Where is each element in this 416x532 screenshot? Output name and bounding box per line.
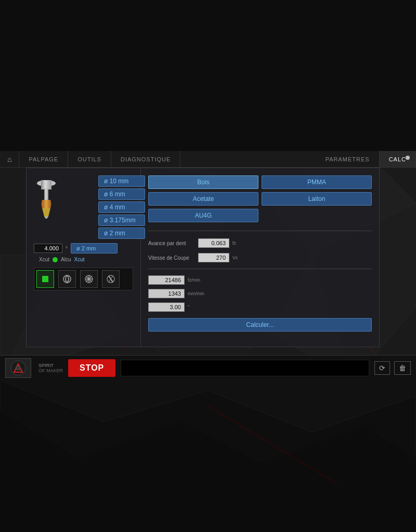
- nav-outils[interactable]: OUTILS: [68, 151, 111, 167]
- svg-rect-13: [41, 180, 51, 189]
- avance-par-dent-label: Avance par dent: [148, 240, 195, 246]
- tool-value-unit: °: [66, 246, 68, 251]
- result-deg-row: °: [148, 302, 372, 312]
- history-button[interactable]: ⟳: [374, 361, 390, 375]
- indicator-alcu: Alcu: [61, 257, 71, 262]
- tool-icon-spiral2[interactable]: [80, 270, 98, 288]
- brand-line2: OF MAKER: [38, 368, 63, 373]
- svg-marker-18: [44, 217, 48, 219]
- result-deg-input: [148, 302, 185, 312]
- svg-point-20: [63, 275, 71, 283]
- tool-icon-spiral1[interactable]: [58, 270, 76, 288]
- tool-image: [34, 175, 59, 220]
- tool-size-10mm[interactable]: ø 10 mm: [98, 175, 145, 187]
- delete-button[interactable]: 🗑: [394, 361, 411, 375]
- result-deg-unit: °: [188, 305, 190, 310]
- navbar: ⌂ PALPAGE OUTILS DIAGNOSTIQUE PARAMETRES…: [0, 151, 416, 168]
- material-grid: Bois PMMA Acetate Laiton AU4G: [148, 175, 372, 222]
- vitesse-coupe-input[interactable]: [198, 253, 229, 262]
- vitesse-coupe-row: Vitesse de Coupe Vc: [148, 253, 372, 262]
- svg-point-28: [16, 366, 20, 370]
- result-mmmin-input: [148, 289, 185, 298]
- svg-rect-16: [42, 200, 51, 208]
- brand-logo: [5, 358, 31, 378]
- status-bar: SPIRIT OF MAKER STOP ⟳ 🗑: [0, 355, 416, 380]
- result-mmmin-unit: mm/min: [188, 291, 204, 296]
- nav-parametres[interactable]: PARAMETRES: [316, 151, 380, 167]
- vitesse-coupe-label: Vitesse de Coupe: [148, 255, 195, 261]
- tool-icon-square[interactable]: [36, 270, 54, 288]
- tool-sizes: ø 10 mm ø 6 mm ø 4 mm ø 3.175mm ø 2 mm: [98, 175, 145, 239]
- svg-marker-17: [42, 208, 50, 217]
- vitesse-coupe-unit: Vc: [232, 255, 238, 260]
- tool-size-3175mm[interactable]: ø 3.175mm: [98, 214, 145, 226]
- tool-icon-spiral3[interactable]: [102, 270, 120, 288]
- tool-size-4mm[interactable]: ø 4 mm: [98, 201, 145, 213]
- material-au4g[interactable]: AU4G: [148, 209, 258, 222]
- calculer-button[interactable]: Calculer...: [148, 318, 372, 332]
- tool-value-row: ° ø 2 mm: [34, 243, 133, 254]
- avance-par-dent-input[interactable]: [198, 238, 229, 248]
- nav-calc[interactable]: CALC: [380, 151, 416, 167]
- indicator-dot: [53, 257, 58, 262]
- material-laiton[interactable]: Laiton: [262, 192, 372, 206]
- content-panel: ø 10 mm ø 6 mm ø 4 mm ø 3.175mm ø 2 mm °…: [26, 168, 380, 347]
- material-bois[interactable]: Bois: [148, 175, 258, 189]
- status-icons: ⟳ 🗑: [374, 361, 411, 375]
- bottom-area: [0, 380, 416, 532]
- result-mmmin-row: mm/min: [148, 289, 372, 298]
- indicator-xcut-left: Xcut: [39, 257, 49, 262]
- indicator-row: Xcut Alcu Xcut: [39, 257, 133, 262]
- tool-panel: ø 10 mm ø 6 mm ø 4 mm ø 3.175mm ø 2 mm °…: [27, 168, 141, 347]
- tool-icons-row: [34, 268, 133, 290]
- tool-size-2mm[interactable]: ø 2 mm: [98, 227, 145, 239]
- tool-value-input[interactable]: [34, 244, 62, 253]
- home-button[interactable]: ⌂: [0, 151, 19, 167]
- home-icon: ⌂: [7, 155, 11, 163]
- avance-par-dent-row: Avance par dent fz: [148, 238, 372, 248]
- nav-palpage[interactable]: PALPAGE: [19, 151, 68, 167]
- result-rpm-row: fz/min: [148, 275, 372, 285]
- stop-button[interactable]: STOP: [68, 359, 115, 377]
- material-panel: Bois PMMA Acetate Laiton AU4G Avance par…: [141, 168, 379, 347]
- nav-diagnostique[interactable]: DIAGNOSTIQUE: [111, 151, 180, 167]
- result-rpm-input: [148, 275, 185, 285]
- result-rpm-unit: fz/min: [188, 277, 200, 283]
- brand-text-container: SPIRIT OF MAKER: [38, 363, 63, 373]
- material-acetate[interactable]: Acetate: [148, 192, 258, 206]
- indicator-xcut-right: Xcut: [74, 257, 84, 262]
- svg-rect-19: [42, 276, 48, 282]
- brand-line1: SPIRIT: [38, 363, 63, 368]
- tool-size-6mm[interactable]: ø 6 mm: [98, 188, 145, 200]
- progress-area: [121, 360, 369, 376]
- avance-par-dent-unit: fz: [232, 240, 236, 246]
- material-pmma[interactable]: PMMA: [262, 175, 372, 189]
- tool-size-2mm-active[interactable]: ø 2 mm: [71, 243, 118, 254]
